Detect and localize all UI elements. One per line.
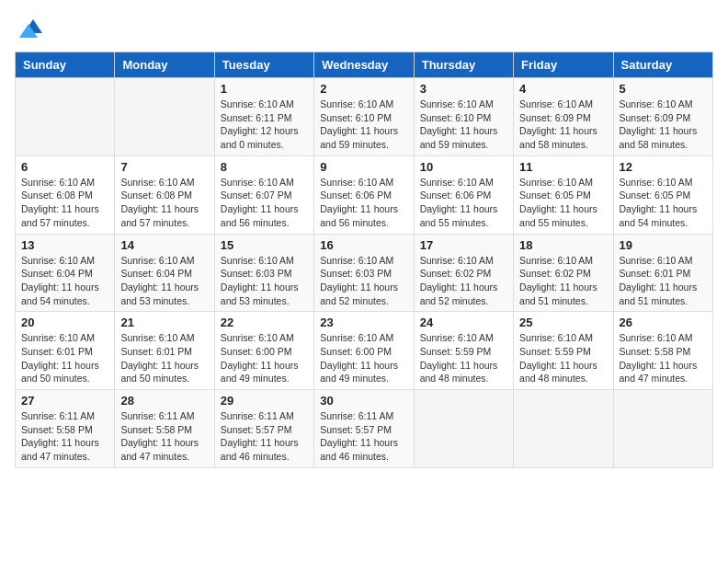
calendar-cell: 9Sunrise: 6:10 AMSunset: 6:06 PMDaylight… [314,155,414,234]
day-number: 25 [519,316,607,329]
day-number: 6 [21,160,108,174]
day-info: Sunrise: 6:10 AMSunset: 5:58 PMDaylight:… [620,331,707,385]
calendar-cell [115,78,214,156]
calendar-cell [16,78,115,156]
calendar-cell: 24Sunrise: 6:10 AMSunset: 5:59 PMDayligh… [414,312,513,390]
page-header [15,15,713,42]
day-number: 14 [120,238,208,252]
calendar-cell: 2Sunrise: 6:10 AMSunset: 6:10 PMDaylight… [314,78,414,156]
calendar-week-row: 13Sunrise: 6:10 AMSunset: 6:04 PMDayligh… [16,234,713,312]
day-info: Sunrise: 6:10 AMSunset: 6:11 PMDaylight:… [221,98,308,152]
calendar-cell [414,390,513,468]
calendar-cell: 4Sunrise: 6:10 AMSunset: 6:09 PMDaylight… [514,78,613,156]
calendar-cell: 14Sunrise: 6:10 AMSunset: 6:04 PMDayligh… [115,234,214,312]
calendar-cell: 3Sunrise: 6:10 AMSunset: 6:10 PMDaylight… [414,78,513,156]
day-number: 13 [21,238,108,252]
day-header-monday: Monday [115,52,214,78]
calendar-cell: 7Sunrise: 6:10 AMSunset: 6:08 PMDaylight… [115,155,214,234]
day-header-sunday: Sunday [16,52,115,78]
day-info: Sunrise: 6:11 AMSunset: 5:57 PMDaylight:… [221,409,308,464]
day-number: 19 [620,238,707,252]
day-info: Sunrise: 6:11 AMSunset: 5:58 PMDaylight:… [120,409,208,464]
calendar-cell: 26Sunrise: 6:10 AMSunset: 5:58 PMDayligh… [613,312,712,390]
day-info: Sunrise: 6:10 AMSunset: 6:01 PMDaylight:… [21,331,108,385]
day-info: Sunrise: 6:10 AMSunset: 6:06 PMDaylight:… [420,176,507,230]
day-info: Sunrise: 6:10 AMSunset: 6:01 PMDaylight:… [620,254,707,308]
day-number: 7 [120,160,208,174]
day-number: 18 [519,238,607,252]
day-number: 4 [519,82,607,96]
day-number: 24 [420,316,507,329]
day-info: Sunrise: 6:10 AMSunset: 6:08 PMDaylight:… [120,176,208,230]
calendar-cell: 20Sunrise: 6:10 AMSunset: 6:01 PMDayligh… [16,312,115,390]
calendar-cell: 18Sunrise: 6:10 AMSunset: 6:02 PMDayligh… [514,234,613,312]
day-info: Sunrise: 6:10 AMSunset: 6:09 PMDaylight:… [620,98,707,152]
calendar-week-row: 1Sunrise: 6:10 AMSunset: 6:11 PMDaylight… [16,78,713,156]
day-info: Sunrise: 6:10 AMSunset: 6:08 PMDaylight:… [21,176,108,230]
day-info: Sunrise: 6:10 AMSunset: 6:04 PMDaylight:… [21,254,108,308]
calendar-cell: 15Sunrise: 6:10 AMSunset: 6:03 PMDayligh… [214,234,313,312]
calendar-cell: 23Sunrise: 6:10 AMSunset: 6:00 PMDayligh… [314,312,414,390]
day-info: Sunrise: 6:10 AMSunset: 6:04 PMDaylight:… [120,254,208,308]
day-header-tuesday: Tuesday [214,52,313,78]
day-info: Sunrise: 6:11 AMSunset: 5:58 PMDaylight:… [21,409,108,464]
calendar-cell [514,390,613,468]
day-header-saturday: Saturday [613,52,712,78]
day-info: Sunrise: 6:10 AMSunset: 6:07 PMDaylight:… [221,176,308,230]
day-info: Sunrise: 6:10 AMSunset: 6:06 PMDaylight:… [320,176,407,230]
calendar-cell: 11Sunrise: 6:10 AMSunset: 6:05 PMDayligh… [514,155,613,234]
day-number: 12 [620,160,707,174]
day-number: 2 [320,82,407,96]
day-info: Sunrise: 6:10 AMSunset: 6:10 PMDaylight:… [420,98,507,152]
logo [15,15,46,42]
day-info: Sunrise: 6:10 AMSunset: 6:00 PMDaylight:… [221,331,308,385]
calendar-cell: 13Sunrise: 6:10 AMSunset: 6:04 PMDayligh… [16,234,115,312]
day-info: Sunrise: 6:10 AMSunset: 6:03 PMDaylight:… [320,254,407,308]
day-number: 28 [120,394,208,408]
day-info: Sunrise: 6:11 AMSunset: 5:57 PMDaylight:… [320,409,407,464]
calendar-cell: 8Sunrise: 6:10 AMSunset: 6:07 PMDaylight… [214,155,313,234]
calendar-week-row: 20Sunrise: 6:10 AMSunset: 6:01 PMDayligh… [16,312,713,390]
day-info: Sunrise: 6:10 AMSunset: 6:05 PMDaylight:… [620,176,707,230]
calendar-cell: 30Sunrise: 6:11 AMSunset: 5:57 PMDayligh… [314,390,414,468]
calendar-cell: 28Sunrise: 6:11 AMSunset: 5:58 PMDayligh… [115,390,214,468]
calendar-cell: 17Sunrise: 6:10 AMSunset: 6:02 PMDayligh… [414,234,513,312]
day-number: 27 [21,394,108,408]
day-number: 29 [221,394,308,408]
calendar-cell: 25Sunrise: 6:10 AMSunset: 5:59 PMDayligh… [514,312,613,390]
calendar-cell: 5Sunrise: 6:10 AMSunset: 6:09 PMDaylight… [613,78,712,156]
day-number: 30 [320,394,407,408]
day-info: Sunrise: 6:10 AMSunset: 6:09 PMDaylight:… [519,98,607,152]
day-number: 21 [120,316,208,329]
day-info: Sunrise: 6:10 AMSunset: 5:59 PMDaylight:… [420,331,507,385]
calendar-cell: 21Sunrise: 6:10 AMSunset: 6:01 PMDayligh… [115,312,214,390]
day-info: Sunrise: 6:10 AMSunset: 6:02 PMDaylight:… [420,254,507,308]
day-info: Sunrise: 6:10 AMSunset: 6:00 PMDaylight:… [320,331,407,385]
day-number: 10 [420,160,507,174]
calendar-week-row: 6Sunrise: 6:10 AMSunset: 6:08 PMDaylight… [16,155,713,234]
calendar-cell: 29Sunrise: 6:11 AMSunset: 5:57 PMDayligh… [214,390,313,468]
day-header-thursday: Thursday [414,52,513,78]
day-number: 9 [320,160,407,174]
calendar-cell: 6Sunrise: 6:10 AMSunset: 6:08 PMDaylight… [16,155,115,234]
day-number: 15 [221,238,308,252]
day-number: 8 [221,160,308,174]
day-number: 5 [620,82,707,96]
calendar-cell: 1Sunrise: 6:10 AMSunset: 6:11 PMDaylight… [214,78,313,156]
day-number: 1 [221,82,308,96]
calendar-table: SundayMondayTuesdayWednesdayThursdayFrid… [15,52,713,468]
calendar-cell: 12Sunrise: 6:10 AMSunset: 6:05 PMDayligh… [613,155,712,234]
calendar-cell: 16Sunrise: 6:10 AMSunset: 6:03 PMDayligh… [314,234,414,312]
day-number: 20 [21,316,108,329]
day-number: 3 [420,82,507,96]
day-number: 26 [620,316,707,329]
day-number: 16 [320,238,407,252]
calendar-week-row: 27Sunrise: 6:11 AMSunset: 5:58 PMDayligh… [16,390,713,468]
day-info: Sunrise: 6:10 AMSunset: 6:01 PMDaylight:… [120,331,208,385]
calendar-cell [613,390,712,468]
day-info: Sunrise: 6:10 AMSunset: 6:02 PMDaylight:… [519,254,607,308]
day-number: 11 [519,160,607,174]
calendar-cell: 10Sunrise: 6:10 AMSunset: 6:06 PMDayligh… [414,155,513,234]
day-header-wednesday: Wednesday [314,52,414,78]
logo-icon [15,15,42,42]
